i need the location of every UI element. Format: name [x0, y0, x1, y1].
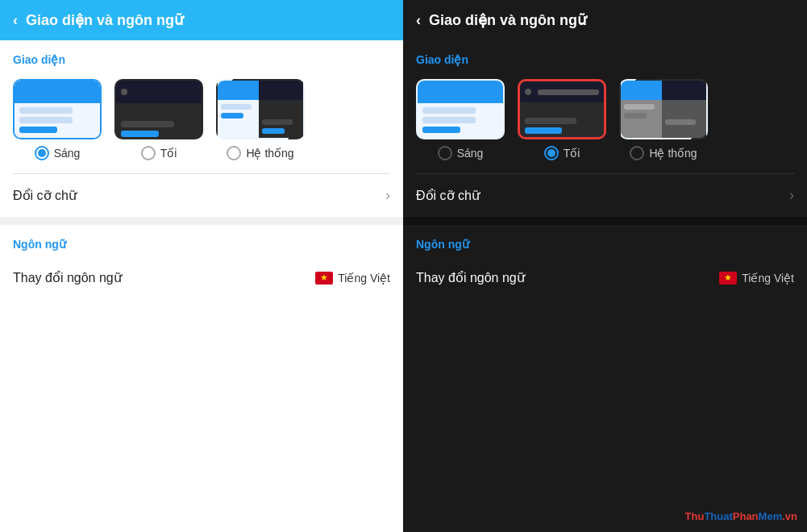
- left-theme-sang[interactable]: Sáng: [13, 79, 102, 160]
- right-giao-dien-label: Giao diện: [403, 40, 807, 73]
- left-card-top-sang: [15, 81, 100, 103]
- left-radio-hesystem[interactable]: Hệ thống: [227, 146, 293, 160]
- right-title: Giao diện và ngôn ngữ: [429, 11, 586, 29]
- right-card-line1-sang: [422, 107, 476, 114]
- right-theme-card-sang: [416, 79, 505, 139]
- left-language-value: Tiếng Việt: [338, 272, 390, 285]
- left-ngon-ngu-label: Ngôn ngữ: [0, 225, 403, 257]
- left-card-line1-toi: [121, 121, 174, 127]
- right-radio-hesystem[interactable]: Hệ thống: [630, 146, 697, 160]
- right-theme-card-hesystem: [619, 79, 708, 139]
- left-language-item[interactable]: Thay đổi ngôn ngữ Tiếng Việt: [0, 257, 403, 298]
- right-card-liner2: [665, 128, 688, 134]
- right-theme-toi[interactable]: Tối: [518, 79, 606, 160]
- watermark-phan: Phan: [733, 510, 759, 522]
- right-language-value: Tiếng Việt: [742, 272, 794, 285]
- right-theme-hesystem[interactable]: Hệ thống: [619, 79, 708, 160]
- right-language-right: Tiếng Việt: [719, 272, 794, 285]
- right-card-top-toi: [520, 81, 604, 102]
- left-card-bodyright-hesystem: [259, 100, 303, 138]
- left-panel: ‹ Giao diện và ngôn ngữ Giao diện Sáng: [0, 0, 403, 532]
- left-theme-card-sang: [13, 79, 102, 139]
- right-card-line3-sang: [422, 127, 460, 133]
- left-radio-sang[interactable]: Sáng: [35, 146, 81, 160]
- left-card-linel1: [221, 104, 252, 110]
- right-radio-circle-sang: [438, 146, 452, 160]
- left-radio-label-hesystem: Hệ thống: [246, 147, 293, 160]
- right-card-dot-toi: [525, 89, 531, 95]
- right-doi-co-chu[interactable]: Đổi cỡ chữ ›: [403, 174, 807, 217]
- left-card-liner2: [262, 128, 285, 134]
- left-card-liner1: [262, 119, 293, 125]
- left-header: ‹ Giao diện và ngôn ngữ: [0, 0, 403, 40]
- right-header: ‹ Giao diện và ngôn ngữ: [403, 0, 807, 40]
- right-card-line1-toi: [525, 118, 576, 124]
- watermark: ThuThuatPhanMem.vn: [685, 510, 797, 522]
- right-radio-sang[interactable]: Sáng: [438, 146, 484, 160]
- left-doi-co-chu-arrow: ›: [385, 187, 390, 204]
- left-content: Giao diện Sáng: [0, 40, 403, 532]
- right-card-linel1: [624, 104, 655, 110]
- right-card-line2-sang: [422, 117, 476, 123]
- right-doi-co-chu-text: Đổi cỡ chữ: [416, 188, 480, 203]
- left-card-linel2: [221, 113, 243, 118]
- left-card-body-toi: [116, 103, 202, 139]
- right-card-bar-toi: [538, 89, 599, 95]
- left-card-top-toi: [116, 81, 202, 103]
- left-flag-icon: [315, 272, 333, 285]
- right-radio-label-sang: Sáng: [457, 147, 484, 160]
- left-card-body-sang: [15, 103, 100, 139]
- right-section-gap: [403, 217, 807, 225]
- left-theme-card-toi: [114, 79, 203, 139]
- left-title: Giao diện và ngôn ngữ: [26, 11, 183, 29]
- right-card-bodyright-hesystem: [662, 100, 706, 138]
- right-card-liner1: [665, 119, 696, 125]
- right-language-item[interactable]: Thay đổi ngôn ngữ Tiếng Việt: [403, 257, 807, 298]
- left-card-bodyleft-hesystem: [218, 100, 262, 138]
- right-theme-options: Sáng Tối: [403, 73, 807, 173]
- left-theme-card-hesystem: [216, 79, 305, 139]
- left-radio-label-sang: Sáng: [54, 147, 81, 160]
- right-flag-icon: [719, 272, 737, 285]
- left-radio-circle-sang: [35, 146, 49, 160]
- right-radio-circle-toi: [544, 146, 559, 160]
- left-card-line3-sang: [19, 127, 57, 133]
- right-doi-co-chu-arrow: ›: [789, 187, 794, 204]
- right-theme-sang[interactable]: Sáng: [416, 79, 505, 160]
- left-card-line2-toi: [121, 131, 159, 137]
- right-back-arrow[interactable]: ‹: [416, 12, 421, 29]
- left-language-right: Tiếng Việt: [315, 272, 390, 285]
- left-radio-label-toi: Tối: [160, 147, 177, 160]
- right-theme-card-toi: [518, 79, 606, 139]
- watermark-vn: .vn: [782, 510, 797, 522]
- left-doi-co-chu-text: Đổi cỡ chữ: [13, 188, 77, 203]
- left-section-gap: [0, 217, 403, 225]
- left-theme-options: Sáng Tối: [0, 73, 403, 173]
- watermark-thu: Thu: [685, 510, 705, 522]
- right-radio-toi[interactable]: Tối: [544, 146, 580, 160]
- watermark-mem: Mem: [759, 510, 783, 522]
- right-card-linel2: [624, 113, 647, 118]
- left-giao-dien-label: Giao diện: [0, 40, 403, 73]
- left-doi-co-chu[interactable]: Đổi cỡ chữ ›: [0, 174, 403, 217]
- right-radio-label-toi: Tối: [564, 147, 580, 160]
- right-radio-circle-hesystem: [630, 146, 644, 160]
- right-card-body-sang: [418, 103, 503, 139]
- left-card-line1-sang: [19, 107, 73, 114]
- right-card-top-sang: [418, 81, 503, 103]
- left-card-line2-sang: [19, 117, 73, 123]
- left-radio-circle-toi: [141, 146, 156, 160]
- left-card-dot-toi: [121, 89, 127, 95]
- right-card-line2-toi: [525, 127, 562, 134]
- right-ngon-ngu-label: Ngôn ngữ: [403, 225, 807, 257]
- left-language-label: Thay đổi ngôn ngữ: [13, 270, 122, 285]
- left-radio-circle-hesystem: [227, 146, 241, 160]
- left-theme-toi[interactable]: Tối: [114, 79, 203, 160]
- right-language-label: Thay đổi ngôn ngữ: [416, 270, 525, 285]
- right-panel: ‹ Giao diện và ngôn ngữ Giao diện Sáng: [403, 0, 807, 532]
- left-back-arrow[interactable]: ‹: [13, 12, 18, 29]
- right-card-bodyleft-hesystem: [621, 100, 665, 138]
- watermark-thuat: Thuat: [704, 510, 732, 522]
- left-radio-toi[interactable]: Tối: [141, 146, 177, 160]
- left-theme-hesystem[interactable]: Hệ thống: [216, 79, 305, 160]
